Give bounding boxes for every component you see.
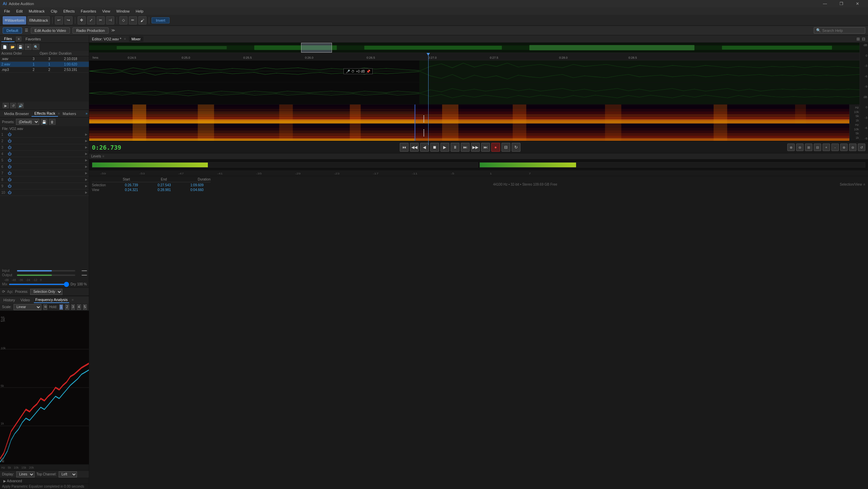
tool-trim[interactable]: ⊣ [106,16,114,24]
radio-production-button[interactable]: Radio Production [73,27,108,34]
process-select[interactable]: Selection Only Entire File [30,289,62,295]
workspace-more[interactable]: ≫ [111,28,115,33]
tr-zoom-4[interactable]: ⊖ [849,144,856,151]
effect-power-icon-5[interactable]: ⏻ [7,158,12,163]
tc-loop-mode[interactable]: ↻ [512,143,520,152]
files-row-2wav[interactable]: 2.wav 1 1 1:00.620 [0,62,89,67]
menu-multitrack[interactable]: Multitrack [26,8,47,14]
hold-btn-4[interactable]: 4 [77,304,81,310]
invert-button[interactable]: Invert [152,17,170,23]
tab-frequency-analysis[interactable]: Frequency Analysis [34,297,69,303]
tab-media-browser[interactable]: Media Browser [1,111,32,116]
tool-select[interactable]: ⤢ [87,16,95,24]
waveform-mode-button[interactable]: ≋ Waveform [3,16,26,24]
tab-mixer[interactable]: Mixer [129,36,143,42]
tab-markers[interactable]: Markers [60,111,79,116]
sv-view-end[interactable]: 0:28.981 [151,188,178,192]
files-row-mp3[interactable]: .mp3 2 2 2:53.191 [0,67,89,73]
menu-file[interactable]: File [1,8,13,14]
tr-zoom-out[interactable]: ⊖ [796,144,804,151]
effect-power-icon-4[interactable]: ⏻ [7,151,12,156]
search-input[interactable] [822,29,863,33]
tool-1[interactable]: ↩ [55,16,63,24]
effect-power-icon-3[interactable]: ⏻ [7,145,12,150]
tc-play[interactable]: ▶ [440,143,449,152]
tc-rewind[interactable]: ◀◀ [410,143,419,152]
tc-loop-end[interactable]: ⏭ [481,143,490,152]
tool-move[interactable]: ✥ [78,16,86,24]
hold-btn-1[interactable]: 1 [59,304,63,310]
editor-menu[interactable]: ≡ [124,37,126,41]
presets-select[interactable]: (Default) [16,119,39,125]
sv-selection-end[interactable]: 0:27.543 [151,183,178,187]
tool-razor[interactable]: ✂ [97,16,105,24]
effect-row-7[interactable]: 7 ⏻ ▶ [0,170,89,176]
new-file-button[interactable]: 📄 [1,44,8,50]
menu-clip[interactable]: Clip [48,8,60,14]
files-play-button[interactable]: ▶ [3,103,9,108]
edit-audio-to-video-button[interactable]: Edit Audio to Video [31,27,70,34]
menu-help[interactable]: Help [133,8,146,14]
tr-zoom-3[interactable]: ⊕ [840,144,848,151]
tr-zoom-2[interactable]: - [831,144,839,151]
effect-row-3[interactable]: 3 ⏻ ▶ [0,144,89,151]
tab-favorites[interactable]: Favorites [23,36,43,42]
tool-2[interactable]: ↪ [64,16,73,24]
tab-history[interactable]: History [2,297,16,303]
files-tab-icon[interactable]: ≡ [16,37,21,41]
scale-copy-button[interactable]: ⧉ [43,304,47,310]
tr-zoom-in[interactable]: ⊕ [787,144,795,151]
levels-menu[interactable]: ≡ [102,154,104,158]
effect-power-icon-9[interactable]: ⏻ [7,184,12,188]
save-file-button[interactable]: 💾 [17,44,24,50]
effect-power-icon-8[interactable]: ⏻ [7,177,12,182]
tool-brush[interactable]: 🖌 [138,16,146,24]
tab-video[interactable]: Video [19,297,31,303]
channel-select[interactable]: Left Right [59,471,77,477]
sv-view-start[interactable]: 0:24.321 [118,188,145,192]
tc-loop-back[interactable]: ⏮ [400,143,409,152]
zoom-out-icon[interactable]: ⊟ [862,37,865,41]
tr-reset-zoom[interactable]: ↺ [858,144,865,151]
effect-power-icon-6[interactable]: ⏻ [7,164,12,169]
menu-edit[interactable]: Edit [14,8,25,14]
effect-row-5[interactable]: 5 ⏻ ▶ [0,157,89,164]
effect-row-9[interactable]: 9 ⏻ ▶ [0,183,89,189]
tool-marker[interactable]: ◇ [119,16,127,24]
files-group-wav[interactable]: .wav 3 3 2:10.018 [0,56,89,62]
effect-row-2[interactable]: 2 ⏻ ▶ [0,138,89,144]
save-preset-button[interactable]: 💾 [41,119,47,125]
effect-power-icon-10[interactable]: ⏻ [7,190,12,195]
tab-files[interactable]: Files [1,36,15,42]
effects-expand-icon[interactable]: » [85,112,87,115]
search-file-button[interactable]: 🔍 [33,44,39,50]
tab-effects-rack[interactable]: Effects Rack [32,111,58,117]
menu-view[interactable]: View [99,8,113,14]
tc-pause[interactable]: ⏸ [451,143,459,152]
effect-power-icon-7[interactable]: ⏻ [7,171,12,175]
minimize-button[interactable]: — [817,0,833,7]
tool-pencil[interactable]: ✏ [129,16,137,24]
tc-stop[interactable]: ⏹ [430,143,439,152]
effect-power-icon-2[interactable]: ⏻ [7,138,12,143]
tr-zoom-fit[interactable]: ⊞ [805,144,812,151]
zoom-fit-icon[interactable]: ⊞ [856,37,860,41]
delete-preset-button[interactable]: 🗑 [49,119,56,125]
effect-power-icon-1[interactable]: ⏻ [7,132,12,137]
tc-prev-frame[interactable]: ◀ [420,143,429,152]
display-lines-select[interactable]: Lines Bars [16,471,35,477]
hold-btn-2[interactable]: 2 [65,304,69,310]
menu-window[interactable]: Window [114,8,132,14]
effect-row-10[interactable]: 10 ⏻ ▶ [0,189,89,196]
selection-view-menu[interactable]: ≡ [863,183,865,186]
output-slider[interactable] [17,275,75,276]
timeline-mini[interactable] [89,43,860,53]
freq-analysis-menu[interactable]: ≡ [72,298,74,302]
input-slider[interactable] [17,270,75,271]
hold-btn-5[interactable]: 5 [83,304,87,310]
effect-row-8[interactable]: 8 ⏻ ▶ [0,176,89,183]
tc-punch[interactable]: ⊟ [501,143,510,152]
workspace-default[interactable]: Default [3,27,22,34]
close-button[interactable]: ✕ [850,0,865,7]
effect-row-1[interactable]: 1 ⏻ ▶ [0,131,89,138]
